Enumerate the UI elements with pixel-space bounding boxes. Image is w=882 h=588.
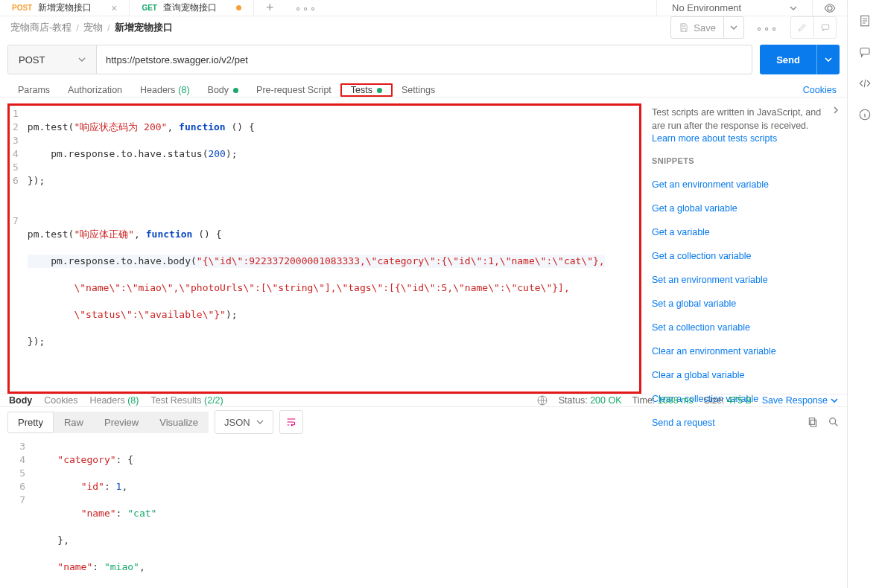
url-input[interactable]: [97, 45, 752, 74]
pencil-icon: [797, 22, 808, 33]
snippet-item[interactable]: Set an environment variable: [652, 271, 840, 289]
save-dropdown-button[interactable]: [723, 17, 743, 38]
search-icon: [828, 416, 840, 428]
more-actions-button[interactable]: ∘∘∘: [752, 22, 783, 33]
time-label: Time:: [632, 395, 656, 406]
resp-tab-headers[interactable]: Headers (8): [89, 395, 139, 406]
resp-tab-body[interactable]: Body: [9, 395, 32, 406]
save-button[interactable]: Save: [670, 16, 744, 39]
search-button[interactable]: [828, 416, 840, 428]
snippet-item[interactable]: Get an environment variable: [652, 176, 840, 194]
info-icon: [858, 108, 872, 121]
open-docs-button[interactable]: [832, 106, 840, 146]
edit-button[interactable]: [791, 17, 813, 38]
snippet-item[interactable]: Get a variable: [652, 223, 840, 241]
info-button[interactable]: [857, 107, 872, 122]
tab-0[interactable]: POST 新增宠物接口 ×: [0, 0, 130, 16]
resp-tab-cookies[interactable]: Cookies: [44, 395, 77, 406]
snippet-item[interactable]: Set a collection variable: [652, 319, 840, 336]
environment-selector[interactable]: No Environment: [656, 0, 813, 16]
comment-button[interactable]: [813, 17, 836, 38]
seg-visualize[interactable]: Visualize: [149, 412, 209, 433]
line-gutter: 34567: [7, 440, 34, 588]
snippet-item[interactable]: Get a global variable: [652, 199, 840, 217]
has-content-dot-icon: [377, 88, 382, 93]
snippets-panel: Test scripts are written in JavaScript, …: [652, 103, 840, 394]
save-label: Save: [694, 22, 716, 33]
request-section-tabs: Params Authorization Headers (8) Body Pr…: [0, 83, 847, 98]
breadcrumb-sep: /: [76, 22, 79, 33]
comment-icon: [858, 45, 872, 59]
send-button[interactable]: Send: [760, 45, 840, 74]
svg-point-4: [830, 418, 836, 424]
response-tab-bar: Body Cookies Headers (8) Test Results (2…: [0, 394, 847, 406]
comments-button[interactable]: [857, 45, 872, 60]
tab-authorization[interactable]: Authorization: [59, 83, 131, 97]
snippet-item[interactable]: Set a global variable: [652, 295, 840, 313]
right-rail: [848, 0, 882, 588]
eye-icon: [823, 1, 837, 15]
svg-rect-9: [860, 48, 869, 54]
response-body-viewer[interactable]: 34567 "category": { "id": 1, "name": "ca…: [0, 437, 847, 588]
chevron-down-icon: [256, 418, 264, 426]
code-content[interactable]: pm.test("响应状态码为 200", function () { pm.r…: [28, 107, 605, 375]
tab-headers[interactable]: Headers (8): [131, 83, 199, 97]
send-label: Send: [760, 54, 816, 65]
env-label: No Environment: [672, 2, 741, 13]
method-badge: POST: [12, 4, 32, 12]
svg-rect-0: [822, 25, 828, 29]
seg-preview[interactable]: Preview: [94, 412, 149, 433]
tests-code-editor[interactable]: 123456 7 pm.test("响应状态码为 200", function …: [7, 103, 641, 394]
more-tabs-button[interactable]: ∘∘∘: [286, 2, 326, 13]
comment-icon: [820, 22, 831, 33]
breadcrumb-sep: /: [107, 22, 110, 33]
response-view-toolbar: Pretty Raw Preview Visualize JSON: [0, 406, 847, 437]
tab-tests[interactable]: Tests: [340, 83, 393, 97]
learn-more-link[interactable]: Learn more about tests scripts: [652, 133, 777, 144]
resp-tab-testresults[interactable]: Test Results (2/2): [150, 395, 223, 406]
line-gutter: 123456 7: [13, 107, 28, 375]
method-badge: GET: [142, 4, 157, 12]
time-value: 1088 ms: [658, 395, 694, 406]
tab-params[interactable]: Params: [9, 83, 59, 97]
method-select[interactable]: POST: [7, 45, 97, 74]
save-response-button[interactable]: Save Response: [762, 395, 838, 406]
breadcrumb-row: 宠物商店-教程 / 宠物 / 新增宠物接口 Save ∘∘∘: [0, 16, 847, 39]
chevron-down-icon: [78, 56, 86, 63]
environment-quicklook-button[interactable]: [813, 1, 847, 15]
copy-button[interactable]: [807, 416, 819, 428]
tab-body[interactable]: Body: [199, 83, 248, 97]
svg-rect-2: [810, 420, 816, 426]
breadcrumb-item[interactable]: 宠物: [83, 21, 103, 34]
network-icon[interactable]: [536, 394, 548, 406]
wrap-lines-button[interactable]: [279, 410, 303, 434]
language-select[interactable]: JSON: [215, 410, 273, 434]
tab-title: 查询宠物接口: [163, 1, 217, 14]
tab-prerequest[interactable]: Pre-request Script: [247, 83, 340, 97]
snippet-item[interactable]: Clear a global variable: [652, 366, 840, 384]
size-value: 475 B: [727, 395, 752, 406]
seg-raw[interactable]: Raw: [54, 412, 94, 433]
tab-1[interactable]: GET 查询宠物接口: [130, 0, 254, 16]
new-tab-button[interactable]: +: [254, 0, 286, 16]
documentation-button[interactable]: [857, 13, 872, 28]
snippet-item[interactable]: Get a collection variable: [652, 247, 840, 265]
snippet-item[interactable]: Clear an environment variable: [652, 342, 840, 360]
send-dropdown-button[interactable]: [816, 45, 840, 74]
tab-settings[interactable]: Settings: [393, 83, 444, 97]
view-mode-segment: Pretty Raw Preview Visualize: [7, 412, 209, 433]
breadcrumb-item[interactable]: 宠物商店-教程: [10, 21, 72, 34]
tab-label: Body: [208, 85, 229, 95]
status-value: 200 OK: [590, 395, 621, 406]
close-icon[interactable]: ×: [111, 2, 117, 14]
code-button[interactable]: [857, 76, 872, 91]
chevron-down-icon: [825, 56, 832, 63]
wrap-icon: [285, 416, 297, 428]
tab-label: Headers: [140, 85, 175, 95]
save-icon: [679, 22, 689, 33]
breadcrumb-current: 新增宠物接口: [115, 21, 173, 34]
seg-pretty[interactable]: Pretty: [7, 412, 54, 433]
size-label: Size:: [704, 395, 725, 406]
cookies-link[interactable]: Cookies: [803, 85, 838, 95]
request-tabs-bar: POST 新增宠物接口 × GET 查询宠物接口 + ∘∘∘ No Enviro…: [0, 0, 847, 16]
